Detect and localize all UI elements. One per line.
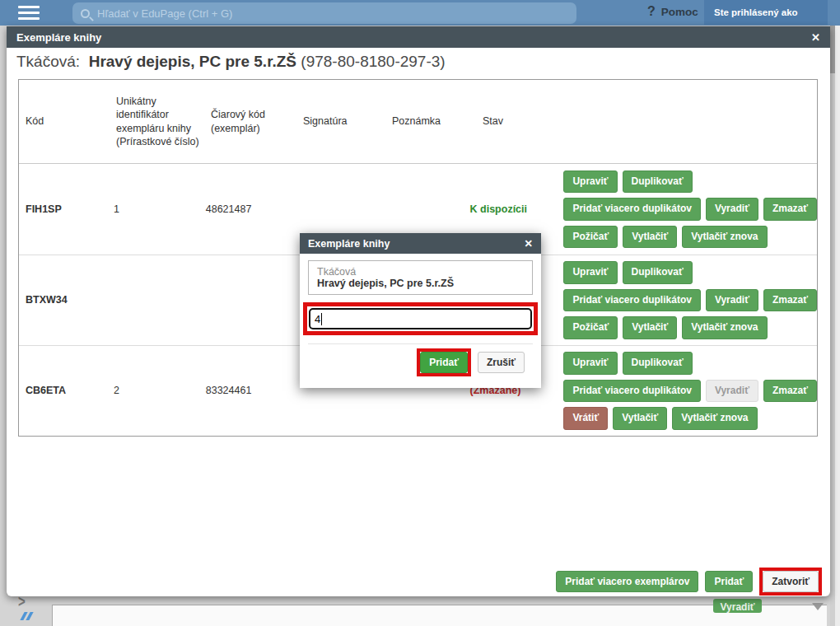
add-multiple-copies-button[interactable]: Pridať viacero exemplárov bbox=[556, 571, 698, 592]
popup-cancel-button[interactable]: Zrušiť bbox=[478, 352, 525, 373]
add-copies-popup: Exempláre knihy ✕ Tkáčová Hravý dejepis,… bbox=[300, 233, 541, 388]
occluded-background-button[interactable]: Vyradiť bbox=[713, 599, 762, 613]
background-content-panel bbox=[52, 605, 827, 626]
lend-button[interactable]: Požičať bbox=[563, 226, 618, 249]
cell-barcode: 83324461 bbox=[199, 346, 289, 436]
highlight-box-add: Pridať bbox=[417, 348, 471, 376]
lend-button[interactable]: Požičať bbox=[563, 316, 618, 339]
print-again-button[interactable]: Vytlačiť znova bbox=[682, 226, 767, 249]
print-again-button[interactable]: Vytlačiť znova bbox=[672, 407, 757, 430]
cell-actions: Upraviť Duplikovať Pridať viacero duplik… bbox=[553, 346, 817, 436]
book-info-box: Tkáčová Hravý dejepis, PC pre 5.r.ZŠ bbox=[308, 260, 533, 295]
book-title: Hravý dejepis, PC pre 5.r.ZŠ bbox=[89, 53, 296, 70]
hamburger-menu-icon[interactable] bbox=[18, 6, 40, 20]
search-input[interactable]: Hľadať v EduPage (Ctrl + G) bbox=[72, 2, 576, 24]
cell-barcode bbox=[199, 255, 289, 345]
discard-button[interactable]: Vyradiť bbox=[706, 198, 758, 221]
popup-footer: Pridať Zrušiť bbox=[308, 344, 533, 376]
logged-in-as-button[interactable]: Ste prihlásený ako bbox=[704, 0, 828, 25]
cell-uid bbox=[107, 255, 199, 345]
popup-titlebar: Exempláre knihy ✕ bbox=[300, 233, 541, 254]
resize-handle-icon[interactable] bbox=[22, 612, 31, 620]
popup-title: Exempláre knihy bbox=[308, 238, 390, 250]
return-button[interactable]: Vrátiť bbox=[563, 407, 608, 430]
help-button[interactable]: ? Pomoc bbox=[647, 4, 698, 19]
close-dialog-button[interactable]: Zatvoriť bbox=[763, 571, 819, 592]
close-icon[interactable]: ✕ bbox=[811, 31, 820, 44]
delete-button[interactable]: Zmazať bbox=[763, 289, 817, 312]
print-button[interactable]: Vytlačiť bbox=[613, 407, 667, 430]
cell-uid: 2 bbox=[107, 346, 199, 436]
vertical-scrollbar-thumb[interactable] bbox=[830, 26, 835, 73]
dialog-title: Exempláre knihy bbox=[16, 31, 101, 44]
col-header-barcode: Čiarový kód (exemplár) bbox=[204, 80, 296, 163]
delete-button[interactable]: Zmazať bbox=[763, 198, 817, 221]
col-header-uid: Unikátny identifikátor exempláru knihy (… bbox=[110, 80, 204, 163]
print-button[interactable]: Vytlačiť bbox=[623, 226, 677, 249]
book-author: Tkáčová: bbox=[16, 53, 80, 70]
help-label: Pomoc bbox=[661, 6, 698, 18]
add-copy-button[interactable]: Pridať bbox=[705, 571, 753, 592]
table-header-row: Kód Unikátny identifikátor exempláru kni… bbox=[19, 80, 817, 164]
col-header-code: Kód bbox=[19, 80, 110, 163]
col-header-signatura: Signatúra bbox=[296, 80, 385, 163]
col-header-status: Stav bbox=[476, 80, 569, 163]
book-isbn: (978-80-8180-297-3) bbox=[301, 53, 445, 70]
search-icon bbox=[81, 9, 90, 18]
add-duplicates-button[interactable]: Pridať viacero duplikátov bbox=[563, 380, 700, 403]
dialog-titlebar: Exempláre knihy ✕ bbox=[7, 26, 830, 48]
cell-actions: Upraviť Duplikovať Pridať viacero duplik… bbox=[553, 164, 817, 255]
popup-book-title: Hravý dejepis, PC pre 5.r.ZŠ bbox=[317, 278, 524, 289]
search-placeholder: Hľadať v EduPage (Ctrl + G) bbox=[97, 7, 232, 20]
edit-button[interactable]: Upraviť bbox=[563, 352, 617, 375]
dialog-footer: Pridať viacero exemplárov Pridať Zatvori… bbox=[556, 565, 822, 598]
scroll-down-arrow-icon[interactable] bbox=[812, 603, 824, 610]
edit-button[interactable]: Upraviť bbox=[563, 261, 617, 284]
delete-button[interactable]: Zmazať bbox=[763, 380, 817, 403]
cell-code: BTXW34 bbox=[19, 255, 107, 345]
topbar: Hľadať v EduPage (Ctrl + G) ? Pomoc Ste … bbox=[0, 0, 840, 26]
edit-button[interactable]: Upraviť bbox=[563, 171, 617, 194]
popup-add-button[interactable]: Pridať bbox=[420, 352, 468, 373]
vertical-scrollbar-track[interactable] bbox=[830, 26, 835, 626]
duplicate-button[interactable]: Duplikovať bbox=[623, 171, 693, 194]
page-right-margin bbox=[835, 26, 840, 626]
copies-count-value: 4 bbox=[315, 313, 320, 325]
print-button[interactable]: Vytlačiť bbox=[623, 316, 677, 339]
book-heading: Tkáčová: Hravý dejepis, PC pre 5.r.ZŠ (9… bbox=[16, 53, 446, 71]
text-caret bbox=[321, 313, 322, 325]
print-again-button[interactable]: Vytlačiť znova bbox=[682, 316, 767, 339]
highlight-box-input: 4 bbox=[303, 302, 538, 335]
help-icon: ? bbox=[647, 4, 656, 19]
col-header-note: Poznámka bbox=[385, 80, 476, 163]
duplicate-button[interactable]: Duplikovať bbox=[623, 261, 693, 284]
close-icon[interactable]: ✕ bbox=[525, 237, 533, 250]
discard-button[interactable]: Vyradiť bbox=[706, 289, 758, 312]
popup-body: Tkáčová Hravý dejepis, PC pre 5.r.ZŠ 4 P… bbox=[300, 254, 541, 376]
add-duplicates-button[interactable]: Pridať viacero duplikátov bbox=[563, 289, 700, 312]
cell-code: CB6ETA bbox=[19, 346, 107, 436]
cell-actions: Upraviť Duplikovať Pridať viacero duplik… bbox=[553, 255, 817, 345]
copies-count-input[interactable]: 4 bbox=[309, 308, 532, 329]
cell-code: FIH1SP bbox=[19, 164, 107, 255]
duplicate-button[interactable]: Duplikovať bbox=[623, 352, 693, 375]
cell-uid: 1 bbox=[107, 164, 199, 255]
add-duplicates-button[interactable]: Pridať viacero duplikátov bbox=[563, 198, 700, 221]
popup-book-author: Tkáčová bbox=[317, 266, 524, 278]
cell-barcode: 48621487 bbox=[199, 164, 289, 255]
discard-button-disabled: Vyradiť bbox=[706, 380, 758, 403]
highlight-box-close: Zatvoriť bbox=[759, 568, 822, 596]
